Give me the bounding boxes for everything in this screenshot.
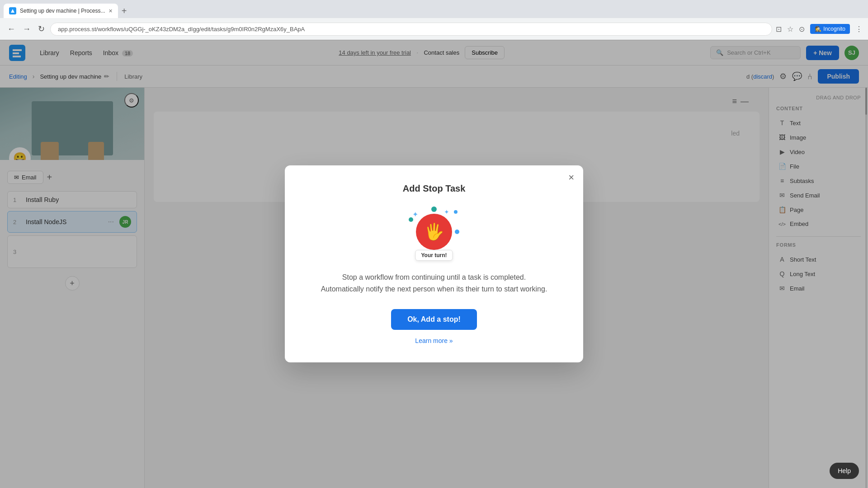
refresh-btn[interactable]: ↻ xyxy=(36,22,47,36)
incognito-icon: 🕵 xyxy=(815,26,821,32)
add-stop-task-modal: × Add Stop Task ✦ ✦ 🖐 xyxy=(285,165,583,362)
incognito-btn[interactable]: 🕵 Incognito xyxy=(810,24,850,34)
sparkle-icon-2: ✦ xyxy=(444,208,449,216)
learn-more-link[interactable]: Learn more » xyxy=(303,337,565,344)
your-turn-badge: Your turn! xyxy=(415,250,453,261)
extensions-icon[interactable]: ⊡ xyxy=(776,25,782,33)
tab-bar: Setting up dev machine | Process... × + xyxy=(0,0,868,18)
incognito-label: Incognito xyxy=(823,26,845,32)
modal-description: Stop a workflow from continuing until a … xyxy=(303,272,565,295)
url-text: app.process.st/workflows/uQGGj-_oKZ43zDM… xyxy=(58,26,305,33)
new-tab-btn[interactable]: + xyxy=(118,6,131,16)
help-btn[interactable]: Help xyxy=(830,463,859,479)
ok-add-stop-btn[interactable]: Ok, Add a stop! xyxy=(391,309,477,330)
modal-title: Add Stop Task xyxy=(303,183,565,194)
tab-favicon xyxy=(9,7,16,14)
profile-icon[interactable]: ⊙ xyxy=(799,25,805,33)
forward-btn[interactable]: → xyxy=(21,23,33,36)
decoration-dot-2 xyxy=(454,210,458,214)
url-bar[interactable]: app.process.st/workflows/uQGGj-_oKZ43zDM… xyxy=(50,23,772,36)
tab-title: Setting up dev machine | Process... xyxy=(20,8,105,14)
modal-overlay[interactable]: × Add Stop Task ✦ ✦ 🖐 xyxy=(0,40,868,488)
active-tab[interactable]: Setting up dev machine | Process... × xyxy=(4,4,118,18)
sparkle-icon-1: ✦ xyxy=(412,210,418,219)
back-btn[interactable]: ← xyxy=(5,23,17,36)
modal-close-btn[interactable]: × xyxy=(568,173,574,183)
bookmark-icon[interactable]: ☆ xyxy=(787,25,793,33)
nav-icons: ⊡ ☆ ⊙ 🕵 Incognito ⋮ xyxy=(776,24,863,34)
tab-close-btn[interactable]: × xyxy=(109,7,113,14)
stop-illustration: ✦ ✦ 🖐 Your turn! xyxy=(407,205,461,259)
stop-hand-circle: 🖐 xyxy=(416,214,452,250)
stop-hand-icon: 🖐 xyxy=(424,222,444,241)
decoration-dot-4 xyxy=(455,230,459,234)
modal-cta: Ok, Add a stop! xyxy=(303,309,565,330)
svg-marker-0 xyxy=(11,9,14,13)
menu-icon[interactable]: ⋮ xyxy=(855,25,863,33)
nav-bar: ← → ↻ app.process.st/workflows/uQGGj-_oK… xyxy=(0,18,868,40)
decoration-dot-3 xyxy=(431,206,437,212)
browser-chrome: Setting up dev machine | Process... × + … xyxy=(0,0,868,40)
modal-illustration: ✦ ✦ 🖐 Your turn! xyxy=(303,205,565,259)
